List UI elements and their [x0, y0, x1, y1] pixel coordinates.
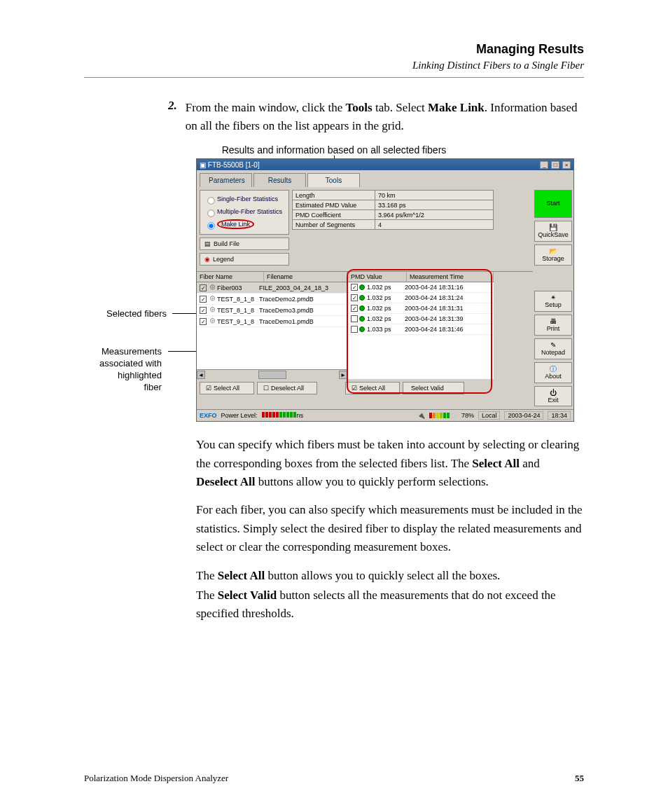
tab-results[interactable]: Results: [253, 173, 306, 187]
printer-icon: 🖶: [535, 317, 571, 325]
fiber-filename: TraceDemo3.pmdB: [259, 307, 345, 314]
tab-parameters[interactable]: Parameters: [200, 173, 252, 187]
checkbox-empty-icon: ☐: [263, 385, 269, 392]
maximize-button[interactable]: □: [551, 161, 559, 169]
file-icon: ▤: [204, 240, 211, 247]
print-button[interactable]: 🖶Print: [534, 315, 572, 336]
measurement-grid: PMD Value Measurement Time ✓1.032 ps2003…: [348, 272, 494, 379]
header-subtitle: Linking Distinct Fibers to a Single Fibe…: [84, 60, 584, 71]
fiber-icon: ⦾: [210, 317, 215, 325]
notepad-button[interactable]: ✎Notepad: [534, 338, 572, 359]
step-text-part: From the main window, click the: [186, 101, 346, 114]
status-bar: EXFO Power Level: ns 🔌 78% Local 2003-04…: [197, 409, 573, 421]
fiber-icon: ⦾: [210, 284, 215, 291]
fiber-filename: FILE_2003_04_24_18_3: [259, 284, 345, 291]
measurement-row[interactable]: ✓1.032 ps2003-04-24 18:31:31: [348, 303, 494, 314]
radio-make-link[interactable]: Make Link: [203, 219, 286, 231]
footer-page-number: 55: [575, 773, 584, 784]
pmd-value: 1.032 ps: [367, 294, 405, 301]
step-text-part: tab. Select: [373, 101, 428, 114]
fiber-name: Fiber003: [217, 284, 259, 291]
pmd-value: 1.033 ps: [367, 326, 405, 333]
power-level-label: Power Level:: [221, 412, 258, 419]
fiber-checkbox[interactable]: ✓: [200, 284, 207, 291]
fiber-icon: ⦾: [210, 295, 215, 303]
col-header-time[interactable]: Measurement Time: [407, 272, 494, 282]
fiber-row[interactable]: ✓⦾Fiber003FILE_2003_04_24_18_3: [197, 282, 347, 294]
col-header-fiber[interactable]: Fiber Name: [197, 272, 264, 282]
tab-tools[interactable]: Tools: [307, 173, 360, 187]
minimize-button[interactable]: _: [540, 161, 548, 169]
tools-icon: ✴: [535, 294, 571, 301]
fiber-checkbox[interactable]: ✓: [200, 318, 207, 325]
fiber-checkbox[interactable]: ✓: [200, 307, 207, 314]
fiber-row[interactable]: ✓⦾TEST_9_1_8TraceDemo1.pmdB: [197, 316, 347, 327]
measurement-row[interactable]: 1.032 ps2003-04-24 18:31:39: [348, 314, 494, 324]
radio-single-fiber[interactable]: Single-Fiber Statistics: [203, 193, 286, 206]
fiber-name: TEST_8_1_8: [217, 296, 259, 303]
info-value: 70 km: [375, 191, 494, 200]
quicksave-button[interactable]: 💾QuickSave: [534, 221, 572, 242]
checkbox-icon: ☑: [206, 385, 211, 392]
signal-bar: [429, 413, 457, 418]
start-button[interactable]: Start: [534, 190, 572, 218]
setup-button[interactable]: ✴Setup: [534, 291, 572, 312]
radio-multi-fiber[interactable]: Multiple-Fiber Statistics: [203, 206, 286, 219]
deselect-all-fibers-button[interactable]: ☐Deselect All: [257, 382, 317, 394]
col-header-filename[interactable]: Filename: [264, 272, 347, 282]
measurement-time: 2003-04-24 18:31:31: [405, 305, 464, 312]
build-file-button[interactable]: ▤Build File: [200, 238, 289, 250]
power-icon: ⏻: [535, 389, 571, 397]
status-percent: 78%: [461, 412, 474, 419]
measurement-row[interactable]: ✓1.032 ps2003-04-24 18:31:16: [348, 282, 494, 293]
measurement-time: 2003-04-24 18:31:16: [405, 284, 464, 291]
exit-button[interactable]: ⏻Exit: [534, 386, 572, 407]
measurement-checkbox[interactable]: [351, 326, 358, 333]
info-label: Number of Segments: [293, 220, 375, 230]
folder-icon: 📂: [535, 247, 571, 255]
status-date: 2003-04-24: [504, 411, 543, 420]
leader-line: [168, 351, 196, 352]
fiber-name: TEST_8_1_8: [217, 307, 259, 314]
close-button[interactable]: ×: [562, 161, 571, 169]
fiber-icon: ⦾: [210, 306, 215, 314]
save-icon: 💾: [535, 223, 571, 231]
measurement-row[interactable]: ✓1.032 ps2003-04-24 18:31:24: [348, 293, 494, 303]
fiber-name: TEST_9_1_8: [217, 318, 259, 325]
app-window: ▣ FTB-5500B [1-0] _ □ × Parameters Resul…: [196, 158, 574, 422]
fiber-row[interactable]: ✓⦾TEST_8_1_8TraceDemo2.pmdB: [197, 294, 347, 305]
fiber-grid: Fiber Name Filename ✓⦾Fiber003FILE_2003_…: [197, 272, 348, 379]
footer-product: Polarization Mode Dispersion Analyzer: [84, 773, 228, 784]
pmd-value: 1.032 ps: [367, 305, 405, 312]
horizontal-scrollbar[interactable]: ◄►: [197, 369, 347, 379]
measurement-row[interactable]: 1.033 ps2003-04-24 18:31:46: [348, 324, 494, 335]
storage-button[interactable]: 📂Storage: [534, 245, 572, 266]
data-grids: Fiber Name Filename ✓⦾Fiber003FILE_2003_…: [197, 271, 533, 379]
select-all-measurements-button[interactable]: ☑Select All: [345, 382, 400, 394]
leader-line: [172, 313, 196, 314]
measurement-checkbox[interactable]: ✓: [351, 284, 358, 291]
figure-caption: Results and information based on all sel…: [84, 144, 584, 156]
measurement-time: 2003-04-24 18:31:24: [405, 294, 464, 301]
measurement-checkbox[interactable]: ✓: [351, 294, 358, 301]
measurement-checkbox[interactable]: [351, 315, 358, 322]
body-paragraph-4: The Select Valid button selects all the …: [196, 586, 584, 624]
notepad-icon: ✎: [535, 341, 571, 349]
col-header-pmd[interactable]: PMD Value: [348, 272, 407, 282]
select-valid-button[interactable]: Select Valid: [403, 382, 464, 394]
fiber-row[interactable]: ✓⦾TEST_8_1_8TraceDemo3.pmdB: [197, 305, 347, 316]
side-label-selected-fibers: Selected fibers: [106, 308, 167, 320]
select-all-fibers-button[interactable]: ☑Select All: [200, 382, 254, 394]
statistics-radio-group: Single-Fiber Statistics Multiple-Fiber S…: [200, 190, 289, 235]
fiber-checkbox[interactable]: ✓: [200, 296, 207, 303]
power-level-bar: ns: [262, 412, 304, 419]
window-titlebar: ▣ FTB-5500B [1-0] _ □ ×: [197, 159, 573, 170]
connector-icon: 🔌: [417, 412, 425, 419]
status-time: 18:34: [548, 411, 571, 420]
figure-wrapper: Selected fibers Measurements associated …: [196, 158, 584, 422]
legend-button[interactable]: ◉Legend: [200, 253, 289, 266]
info-label: Length: [293, 191, 375, 200]
measurement-checkbox[interactable]: ✓: [351, 305, 358, 312]
info-value: 4: [375, 220, 494, 230]
about-button[interactable]: ⓘAbout: [534, 362, 572, 383]
